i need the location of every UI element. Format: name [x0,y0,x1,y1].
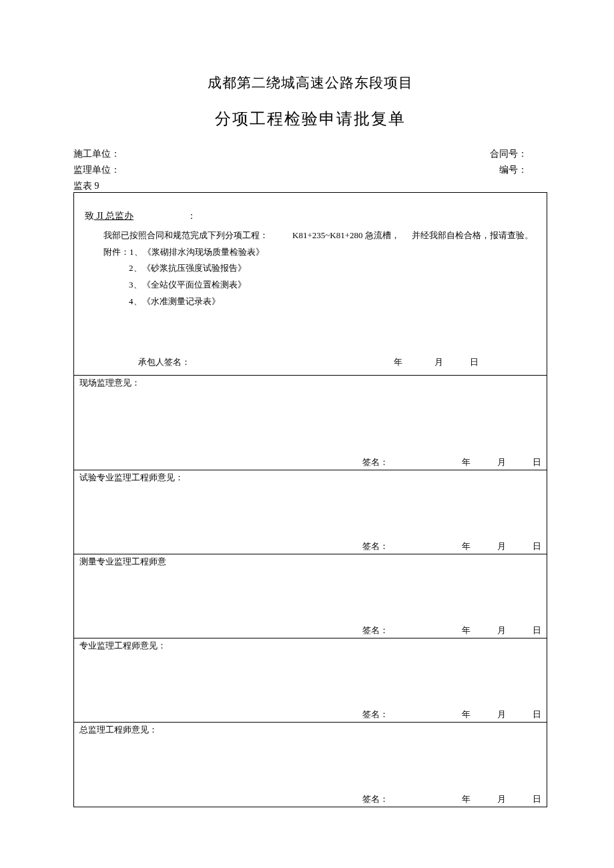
y-3: 年 [462,709,471,719]
opinion-title-3: 专业监理工程师意见： [79,640,541,652]
m-2: 月 [497,625,506,635]
y-0: 年 [462,457,471,467]
m-4: 月 [497,794,506,804]
month-label: 月 [434,356,443,368]
body-line-1: 我部已按照合同和规范完成下列分项工程： K81+235~K81+280 急流槽，… [103,228,540,244]
contractor-sig-label: 承包人签名： [138,356,190,368]
opinion-section-4: 总监理工程师意见： 签名：年月日 [74,723,547,807]
contractor-signature-row: 承包人签名： 年月日 [85,356,540,368]
attach-label: 附件： [103,247,129,257]
opinion-title-0: 现场监理意见： [79,377,541,389]
opinion-title-4: 总监理工程师意见： [79,724,541,736]
supervision-unit-label: 监理单位： [73,164,120,176]
opinion-signature-0: 签名：年月日 [362,456,541,468]
m-3: 月 [497,709,506,719]
body-line-1a: 我部已按照合同和规范完成下列分项工程： [103,228,268,244]
attachment-3: 3、《全站仪平面位置检测表》 [103,277,540,294]
attachment-1: 1、《浆砌排水沟现场质量检验表》 [129,247,264,257]
to-prefix: 致 [85,211,94,221]
contract-no-label: 合同号： [490,148,527,160]
y-1: 年 [462,541,471,551]
d-3: 日 [533,709,541,719]
body-content: 我部已按照合同和规范完成下列分项工程： K81+235~K81+280 急流槽，… [85,228,540,310]
opinion-title-1: 试验专业监理工程师意见： [79,472,541,484]
year-label: 年 [394,356,402,368]
body-line-1c: 并经我部自检合格，报请查验。 [412,228,533,244]
table-label: 监表 9 [73,180,547,192]
contractor-date: 年月日 [394,356,500,368]
m-0: 月 [497,457,506,467]
application-section: 致 JI 总监办： 我部已按照合同和规范完成下列分项工程： K81+235~K8… [74,193,547,376]
sig-label-4: 签名： [362,794,388,804]
colon: ： [187,211,196,221]
sig-label-1: 签名： [362,541,388,551]
opinion-signature-4: 签名：年月日 [362,793,541,805]
sig-label-0: 签名： [362,457,388,467]
attachment-4: 4、《水准测量记录表》 [103,294,540,310]
opinion-signature-3: 签名：年月日 [362,709,541,721]
opinion-signature-2: 签名：年月日 [362,624,541,636]
form-subtitle: 分项工程检验申请批复单 [73,108,547,129]
serial-no-label: 编号： [499,164,527,176]
day-label: 日 [470,356,479,368]
opinion-section-0: 现场监理意见： 签名：年月日 [74,376,547,470]
d-1: 日 [533,541,541,551]
opinion-section-1: 试验专业监理工程师意见： 签名：年月日 [74,470,547,554]
opinion-signature-1: 签名：年月日 [362,540,541,552]
opinion-section-3: 专业监理工程师意见： 签名：年月日 [74,638,547,723]
attachment-2: 2、《砂浆抗压强度试验报告》 [103,260,540,277]
y-2: 年 [462,625,471,635]
y-4: 年 [462,794,471,804]
opinion-section-2: 测量专业监理工程师意 签名：年月日 [74,554,547,638]
header-row-1: 施工单位： 合同号： [73,148,547,160]
construction-unit-label: 施工单位： [73,148,120,160]
attachments-block: 附件：1、《浆砌排水沟现场质量检验表》 [103,244,540,261]
d-0: 日 [533,457,541,467]
addressee-line: 致 JI 总监办： [85,210,540,222]
d-2: 日 [533,625,541,635]
sig-label-2: 签名： [362,625,388,635]
form-table: 致 JI 总监办： 我部已按照合同和规范完成下列分项工程： K81+235~K8… [73,192,547,807]
opinion-title-2: 测量专业监理工程师意 [79,556,541,568]
addressee: JI 总监办 [94,211,133,221]
d-4: 日 [533,794,541,804]
m-1: 月 [497,541,506,551]
sig-label-3: 签名： [362,709,388,719]
project-title: 成都第二绕城高速公路东段项目 [73,73,547,92]
body-line-1b: K81+235~K81+280 急流槽， [292,228,400,244]
header-row-2: 监理单位： 编号： [73,164,547,176]
